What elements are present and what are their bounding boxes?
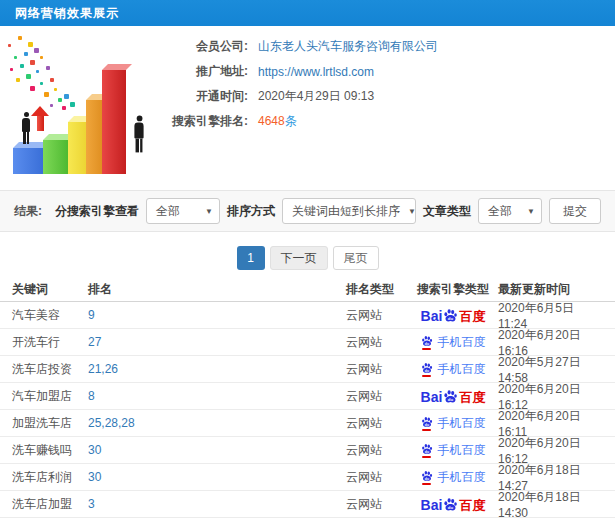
businessman-figure-right bbox=[131, 116, 147, 153]
column-header-1: 排名 bbox=[88, 281, 346, 298]
cell-rank: 25,28,28 bbox=[88, 416, 346, 430]
svg-text:du: du bbox=[448, 316, 454, 321]
cell-keyword: 加盟洗车店 bbox=[12, 415, 88, 432]
info-row-member-company: 会员公司:山东老人头汽车服务咨询有限公司 bbox=[166, 34, 438, 59]
cell-keyword: 开洗车行 bbox=[12, 334, 88, 351]
sort-filter-label: 排序方式 bbox=[227, 203, 275, 220]
table-row: 洗车店加盟3云网站Baidu百度2020年6月18日 14:30 bbox=[0, 491, 615, 518]
mobile-baidu-icon-underline bbox=[422, 348, 431, 350]
column-header-3: 搜索引擎类型 bbox=[408, 281, 498, 298]
rank-link[interactable]: 21,26 bbox=[88, 362, 118, 376]
cell-rank-type: 云网站 bbox=[346, 361, 408, 378]
cell-engine-type: du手机百度 bbox=[408, 415, 498, 432]
cell-rank: 8 bbox=[88, 389, 346, 403]
submit-button[interactable]: 提交 bbox=[549, 198, 601, 224]
cell-keyword: 汽车加盟店 bbox=[12, 388, 88, 405]
info-value-member-company[interactable]: 山东老人头汽车服务咨询有限公司 bbox=[258, 38, 438, 55]
businessman-figure-left bbox=[19, 112, 33, 144]
cell-updated-time: 2020年6月18日 14:30 bbox=[498, 489, 603, 520]
svg-text:du: du bbox=[424, 341, 428, 345]
mobile-baidu-label: 手机百度 bbox=[438, 361, 486, 378]
next-page-button[interactable]: 下一页 bbox=[270, 246, 328, 270]
info-label-promotion-url: 推广地址: bbox=[166, 63, 248, 80]
cell-rank-type: 云网站 bbox=[346, 388, 408, 405]
sort-filter-value: 关键词由短到长排序 bbox=[292, 203, 400, 220]
svg-text:du: du bbox=[424, 368, 428, 372]
rank-link[interactable]: 30 bbox=[88, 443, 101, 457]
baidu-logo-text-bai: Bai bbox=[421, 310, 443, 323]
mobile-baidu-logo[interactable]: du手机百度 bbox=[421, 469, 486, 486]
mobile-baidu-logo[interactable]: du手机百度 bbox=[421, 361, 486, 378]
cell-rank: 9 bbox=[88, 308, 346, 322]
cell-rank: 27 bbox=[88, 335, 346, 349]
table-row: 洗车赚钱吗30云网站du手机百度2020年6月20日 16:12 bbox=[0, 437, 615, 464]
chevron-down-icon: ▼ bbox=[527, 207, 535, 216]
last-page-button[interactable]: 尾页 bbox=[333, 246, 379, 270]
cell-engine-type: Baidu百度 bbox=[408, 497, 498, 512]
cell-engine-type: du手机百度 bbox=[408, 442, 498, 459]
rank-link[interactable]: 30 bbox=[88, 470, 101, 484]
mobile-baidu-icon-underline bbox=[422, 483, 431, 485]
marketing-report-page: 网络营销效果展示 会员公司:山东老人头汽车服务咨询有限公司推广地址:https:… bbox=[0, 0, 615, 520]
mobile-baidu-logo[interactable]: du手机百度 bbox=[421, 334, 486, 351]
table-row: 洗车店利润30云网站du手机百度2020年6月18日 14:27 bbox=[0, 464, 615, 491]
baidu-paw-icon: du bbox=[421, 416, 433, 428]
baidu-paw-icon: du bbox=[421, 362, 433, 374]
rank-count-number: 4648 bbox=[258, 114, 285, 128]
baidu-logo[interactable]: Baidu百度 bbox=[421, 497, 486, 512]
table-row: 汽车加盟店8云网站Baidu百度2020年6月20日 16:12 bbox=[0, 383, 615, 410]
page-title: 网络营销效果展示 bbox=[0, 5, 119, 22]
rank-link[interactable]: 9 bbox=[88, 308, 95, 322]
chevron-down-icon: ▼ bbox=[408, 207, 416, 216]
baidu-logo[interactable]: Baidu百度 bbox=[421, 308, 486, 323]
cell-rank-type: 云网站 bbox=[346, 442, 408, 459]
svg-text:du: du bbox=[424, 476, 428, 480]
article-type-label: 文章类型 bbox=[423, 203, 471, 220]
info-row-open-time: 开通时间:2020年4月29日 09:13 bbox=[166, 84, 438, 109]
result-label: 结果: bbox=[14, 203, 42, 220]
rank-link[interactable]: 8 bbox=[88, 389, 95, 403]
page-1-button[interactable]: 1 bbox=[237, 246, 265, 270]
column-header-4: 最新更新时间 bbox=[498, 281, 603, 298]
baidu-paw-icon: du bbox=[421, 443, 433, 455]
cell-rank-type: 云网站 bbox=[346, 415, 408, 432]
baidu-paw-icon: du bbox=[443, 497, 458, 512]
table-row: 开洗车行27云网站du手机百度2020年6月20日 16:16 bbox=[0, 329, 615, 356]
rank-link[interactable]: 27 bbox=[88, 335, 101, 349]
baidu-logo[interactable]: Baidu百度 bbox=[421, 389, 486, 404]
results-table: 关键词排名排名类型搜索引擎类型最新更新时间 汽车美容9云网站Baidu百度202… bbox=[0, 278, 615, 518]
cell-keyword: 洗车店利润 bbox=[12, 469, 88, 486]
cell-engine-type: du手机百度 bbox=[408, 469, 498, 486]
baidu-logo-text-cn: 百度 bbox=[459, 310, 485, 323]
cell-engine-type: du手机百度 bbox=[408, 361, 498, 378]
table-row: 洗车店投资21,26云网站du手机百度2020年5月27日 14:58 bbox=[0, 356, 615, 383]
svg-text:du: du bbox=[424, 449, 428, 453]
mobile-baidu-label: 手机百度 bbox=[438, 334, 486, 351]
mobile-baidu-logo[interactable]: du手机百度 bbox=[421, 415, 486, 432]
svg-text:du: du bbox=[424, 422, 428, 426]
up-arrow-icon bbox=[31, 106, 49, 131]
baidu-logo-text-cn: 百度 bbox=[459, 499, 485, 512]
info-label-engine-rank-count: 搜索引擎排名: bbox=[166, 113, 248, 130]
chart-bar-green bbox=[43, 140, 69, 174]
engine-filter-select[interactable]: 全部 ▼ bbox=[146, 198, 220, 224]
chart-bar-red bbox=[102, 70, 126, 174]
cell-keyword: 汽车美容 bbox=[12, 307, 88, 324]
cell-engine-type: du手机百度 bbox=[408, 334, 498, 351]
rank-link[interactable]: 3 bbox=[88, 497, 95, 511]
mobile-baidu-label: 手机百度 bbox=[438, 442, 486, 459]
pagination: 1 下一页 尾页 bbox=[0, 246, 615, 270]
info-value-promotion-url[interactable]: https://www.lrtlsd.com bbox=[258, 65, 374, 79]
table-row: 汽车美容9云网站Baidu百度2020年6月5日 11:24 bbox=[0, 302, 615, 329]
cell-rank-type: 云网站 bbox=[346, 307, 408, 324]
baidu-logo-text-cn: 百度 bbox=[459, 391, 485, 404]
chevron-down-icon: ▼ bbox=[205, 207, 213, 216]
article-type-select[interactable]: 全部 ▼ bbox=[478, 198, 542, 224]
mobile-baidu-icon: du bbox=[421, 335, 433, 350]
sort-filter-select[interactable]: 关键词由短到长排序 ▼ bbox=[282, 198, 416, 224]
cell-keyword: 洗车店加盟 bbox=[12, 496, 88, 513]
info-row-promotion-url: 推广地址:https://www.lrtlsd.com bbox=[166, 59, 438, 84]
mobile-baidu-logo[interactable]: du手机百度 bbox=[421, 442, 486, 459]
cell-keyword: 洗车赚钱吗 bbox=[12, 442, 88, 459]
rank-link[interactable]: 25,28,28 bbox=[88, 416, 135, 430]
